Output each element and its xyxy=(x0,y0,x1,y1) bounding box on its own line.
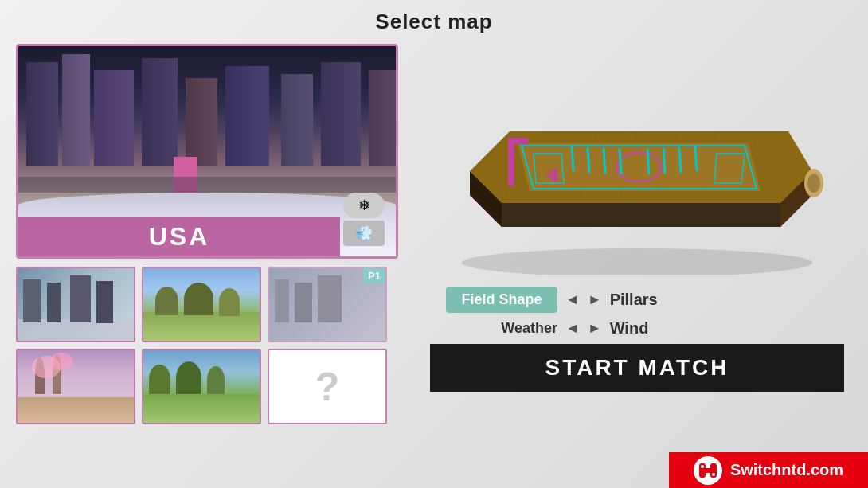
building-7 xyxy=(281,74,313,166)
map-name-banner: USA xyxy=(18,217,340,256)
svg-rect-18 xyxy=(702,468,714,473)
field-shape-right-arrow[interactable]: ► xyxy=(588,291,602,308)
svg-line-5 xyxy=(588,147,589,173)
building-6 xyxy=(225,66,269,166)
svg-line-11 xyxy=(695,146,697,171)
svg-point-20 xyxy=(712,473,715,476)
right-panel: Field Shape ◄ ► Pillars Weather ◄ ► Wind… xyxy=(430,44,864,392)
building-3 xyxy=(94,70,134,166)
snow-weather-icon: ❄ xyxy=(343,193,385,218)
building-1 xyxy=(26,62,58,166)
map-thumb-unknown[interactable]: ? xyxy=(268,349,387,424)
thumbnail-grid: P1 ? xyxy=(16,267,414,424)
field-shape-label: Field Shape xyxy=(446,287,557,313)
svg-line-7 xyxy=(620,149,621,174)
svg-line-9 xyxy=(663,148,665,174)
controls-area: Field Shape ◄ ► Pillars Weather ◄ ► Wind… xyxy=(430,287,844,392)
weather-row: Weather ◄ ► Wind xyxy=(430,319,844,338)
map-thumb-2[interactable] xyxy=(142,267,261,342)
page-title: Select map xyxy=(0,10,868,34)
map-name: USA xyxy=(149,222,210,252)
field-3d-svg xyxy=(446,52,828,275)
start-match-button[interactable]: START MATCH xyxy=(430,344,844,392)
field-preview xyxy=(430,44,844,283)
map-thumb-3[interactable]: P1 xyxy=(268,267,387,342)
road xyxy=(18,177,396,193)
unknown-icon: ? xyxy=(315,364,340,410)
svg-line-8 xyxy=(647,149,649,174)
svg-line-4 xyxy=(572,146,573,171)
building-4 xyxy=(142,58,178,166)
main-map-image[interactable]: ❄ 💨 USA xyxy=(16,44,398,259)
svg-line-10 xyxy=(679,147,681,173)
svg-point-0 xyxy=(462,248,812,275)
svg-line-6 xyxy=(604,148,605,174)
svg-rect-2 xyxy=(508,138,514,185)
wind-weather-icon: 💨 xyxy=(343,221,385,246)
weather-left-arrow[interactable]: ◄ xyxy=(565,320,580,337)
map-thumb-4[interactable] xyxy=(16,349,135,424)
nintendo-logo xyxy=(694,456,722,485)
svg-point-19 xyxy=(701,465,704,468)
map-thumb-1[interactable] xyxy=(16,267,135,342)
map-thumb-5[interactable] xyxy=(142,349,261,424)
building-9 xyxy=(369,70,398,166)
field-shape-left-arrow[interactable]: ◄ xyxy=(565,291,580,308)
nintendo-bar: Switchntd.com xyxy=(669,452,868,488)
left-panel: ❄ 💨 USA xyxy=(16,44,414,424)
p1-badge: P1 xyxy=(363,268,385,283)
field-shape-value: Pillars xyxy=(610,291,658,309)
building-5 xyxy=(186,78,217,166)
weather-value: Wind xyxy=(610,319,649,338)
svg-rect-3 xyxy=(508,138,528,144)
building-8 xyxy=(321,62,361,166)
svg-point-14 xyxy=(807,174,820,193)
weather-overlay: ❄ 💨 xyxy=(340,193,388,248)
field-shape-row: Field Shape ◄ ► Pillars xyxy=(430,287,844,313)
nintendo-brand-text: Switchntd.com xyxy=(730,461,843,479)
building-2 xyxy=(62,54,90,166)
weather-label: Weather xyxy=(446,320,557,337)
weather-right-arrow[interactable]: ► xyxy=(588,320,602,337)
